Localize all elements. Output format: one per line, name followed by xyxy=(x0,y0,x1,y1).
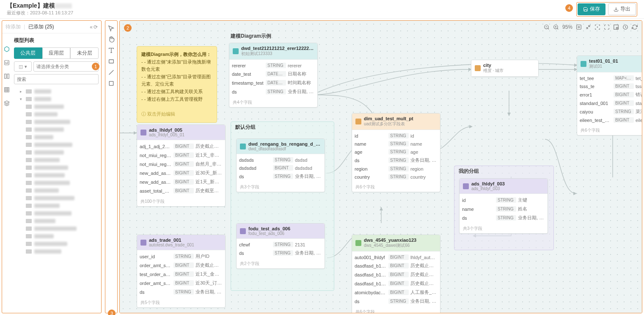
table-row[interactable]: order_amt_sum_...BIGINT历史截止到昨天... xyxy=(140,261,223,270)
table-row[interactable]: dsdsdsSTRINGdsdsd xyxy=(239,156,322,164)
tree-item[interactable] xyxy=(14,248,99,255)
layers-icon[interactable] xyxy=(4,100,10,108)
square-tool-icon[interactable] xyxy=(108,80,115,87)
filter-mode-select[interactable]: ◫ ▾ xyxy=(14,61,32,72)
table-row[interactable]: dsSTRING业务日期, yyyym... xyxy=(239,249,322,257)
save-button[interactable]: 保存 xyxy=(578,3,605,15)
table-row[interactable]: nameSTRING姓名 xyxy=(462,204,545,213)
table-row[interactable]: not_miui_reg_us...BIGINT近1天_非MIUI操... xyxy=(140,151,223,160)
table-row[interactable]: ageSTRINGage xyxy=(355,148,438,156)
tree-item[interactable] xyxy=(14,217,99,225)
table-row[interactable]: tet_teeMAP<S...tet_tee xyxy=(580,74,642,82)
table-row[interactable]: dsSTRING业务日期, yyyym... xyxy=(239,172,322,181)
collapse-icon[interactable]: « xyxy=(90,24,93,30)
table-row[interactable]: countrySTRINGcountry xyxy=(355,173,438,181)
select-tool-icon[interactable] xyxy=(108,25,115,32)
card-dim-uad[interactable]: dim_uad_test_mult_ptuad测试多分区字段表 idSTRING… xyxy=(352,113,440,192)
sticky-note[interactable]: 建模Diagram示例，教你怎么用： - - 通过左侧"未添加"目录拖拽新增数仓… xyxy=(137,46,217,123)
expand-icon[interactable] xyxy=(604,24,610,30)
card-dwd-test[interactable]: dwd_test212121212_erer122222_dm_teache..… xyxy=(229,43,318,108)
card-city[interactable]: city维度 · 城市 xyxy=(471,60,539,77)
card-fodu[interactable]: fodu_test_ads_006fodu_test_ads_006 cfewf… xyxy=(236,223,325,269)
table-row[interactable]: dasdfasd_b1d_o...BIGINT历史截止到昨天... xyxy=(355,270,438,279)
tree-item[interactable] xyxy=(14,240,99,248)
table-row[interactable]: asset_total_num...BIGINT历史截至当日_... xyxy=(140,186,223,195)
table-row[interactable]: order_amt_sum_...BIGINT近30天_订单金额... xyxy=(140,279,223,287)
tab-pending[interactable]: 待添加 xyxy=(6,24,21,30)
table-row[interactable]: dsdsdsdBIGINTdsdsdsd xyxy=(239,164,322,172)
table-row[interactable]: adj_1_adj_2_reg...BIGINT历史截止到昨天... xyxy=(140,142,223,151)
table-row[interactable]: dasdfasd_b1m_p...BIGINT历史截止到前30... xyxy=(355,279,438,288)
hand-tool-icon[interactable] xyxy=(108,36,115,43)
table-row[interactable]: dasdfasd_b1d_fs...BIGINT历史截止到昨天... xyxy=(355,261,438,270)
card-ads-trade[interactable]: ads_trade_001autotest.dws_trade_001 user… xyxy=(137,235,226,308)
tab-unclassified-layer[interactable]: 未分层 xyxy=(70,47,99,59)
search-input[interactable] xyxy=(14,74,99,84)
export-button[interactable]: 导出 xyxy=(608,3,636,15)
table-row[interactable]: tsss_teBIGINTtsss_te xyxy=(580,82,642,90)
layout-icon[interactable] xyxy=(4,73,10,81)
history-icon[interactable] xyxy=(622,24,628,30)
grid-icon[interactable] xyxy=(4,87,10,94)
table-row[interactable]: not_miui_reg_us...BIGINT自然月_非MIUI... xyxy=(140,160,223,169)
text-tool-icon[interactable] xyxy=(108,47,115,54)
refresh-icon[interactable]: ⟳ xyxy=(94,24,98,30)
connector-tool-icon[interactable] xyxy=(108,69,115,76)
table-row[interactable]: date_testDATETI...日期名称 xyxy=(232,69,315,78)
business-category-select[interactable] xyxy=(33,61,99,72)
table-row[interactable]: error1BIGINT错误1 xyxy=(580,90,642,99)
zoom-out-icon[interactable] xyxy=(544,24,550,30)
table-row[interactable]: test_order_amt_s...BIGINT近1天_金额大于1... xyxy=(140,270,223,279)
tree-item[interactable]: ▸ xyxy=(14,88,99,95)
tree-item[interactable] xyxy=(14,103,99,111)
table-row[interactable]: eileen_test_bianBIGINTeileen_test_bian xyxy=(580,116,642,124)
table-row[interactable]: new_add_asset_...BIGINT近30天_新增资... xyxy=(140,169,223,177)
table-row[interactable]: idSTRING主键 xyxy=(462,196,545,204)
tab-public-layer[interactable]: 公共层 xyxy=(14,47,42,59)
card-rengang[interactable]: dwd_rengang_bs_rengang_d_ddd_ddddwd_dfas… xyxy=(236,138,325,192)
card-ads005[interactable]: ads_lhldyf_005ads_lhldyf_005_01 adj_1_ad… xyxy=(137,124,226,207)
table-row[interactable]: user_idSTRING用户ID xyxy=(140,252,223,261)
tree-item[interactable] xyxy=(14,210,99,217)
table-row[interactable]: new_add_asset_...BIGINT近1天_新增资产... xyxy=(140,177,223,186)
card-test01[interactable]: test01_01_01测试01 tet_teeMAP<S...tet_teet… xyxy=(577,55,642,135)
table-row[interactable]: rerererSTRINGrererer xyxy=(232,61,315,69)
fit-icon[interactable] xyxy=(576,24,582,30)
table-row[interactable]: regionSTRINGregion xyxy=(355,165,438,173)
table-row[interactable]: dsSTRING业务日期, yyyym... xyxy=(355,297,438,306)
tree-item[interactable] xyxy=(14,133,99,141)
tree-item[interactable] xyxy=(14,111,99,118)
table-row[interactable]: nameSTRINGname xyxy=(355,140,438,148)
tree-item[interactable] xyxy=(14,225,99,232)
shrink-icon[interactable] xyxy=(585,24,591,30)
tree-item[interactable] xyxy=(14,126,99,133)
cube-icon[interactable] xyxy=(4,46,10,54)
rect-tool-icon[interactable] xyxy=(108,58,115,65)
tree-item[interactable] xyxy=(14,179,99,187)
chart-icon[interactable] xyxy=(4,60,10,67)
tree-item[interactable] xyxy=(14,164,99,171)
minimap-icon[interactable] xyxy=(613,24,619,30)
tree-item[interactable]: ▾ xyxy=(14,95,99,103)
table-row[interactable]: standard_001BIGINTstandard_001 xyxy=(580,99,642,107)
tree-item[interactable] xyxy=(14,232,99,240)
diagram-canvas[interactable]: 95% xyxy=(120,21,642,313)
tree-item[interactable] xyxy=(14,156,99,164)
tab-added[interactable]: 已添加 (25) xyxy=(28,24,54,30)
table-row[interactable]: atomicbydac_b1...BIGINT人工服务_历史截... xyxy=(355,288,438,297)
table-row[interactable]: caiyouSTRING菜油猫 xyxy=(580,107,642,116)
zoom-in-icon[interactable] xyxy=(553,24,559,30)
tree-item[interactable] xyxy=(14,187,99,194)
card-ads003[interactable]: ads_lhldyf_003ads_lhldyf_003 idSTRING主键n… xyxy=(459,178,548,234)
card-dws4545[interactable]: dws_4545_yuanxiao123dws_4545_dawei测试66 a… xyxy=(352,235,440,313)
table-row[interactable]: idSTRINGid xyxy=(355,132,438,140)
reload-icon[interactable] xyxy=(632,24,638,30)
tab-app-layer[interactable]: 应用层 xyxy=(42,47,71,59)
table-row[interactable]: auto001_lhldyfBIGINTlhldyf_auto001 xyxy=(355,253,438,261)
table-row[interactable]: dsSTRING业务日期, yyyym... xyxy=(140,287,223,296)
tree-item[interactable] xyxy=(14,149,99,156)
table-row[interactable]: dsSTRING业务日期, yyyym... xyxy=(355,156,438,165)
table-row[interactable]: dsSTRING业务日期, yyyym... xyxy=(232,87,315,96)
tree-item[interactable] xyxy=(14,118,99,126)
tree-item[interactable] xyxy=(14,202,99,210)
